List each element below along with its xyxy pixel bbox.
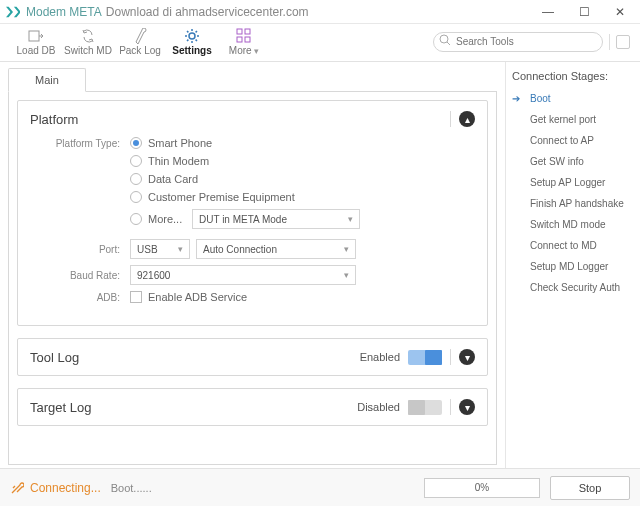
svg-rect-2 (237, 29, 242, 34)
status-bar: Connecting... Boot...... 0% Stop (0, 468, 640, 506)
stage-connect-md: Connect to MD (512, 235, 634, 256)
more-mode-select[interactable]: DUT in META Mode▾ (192, 209, 360, 229)
toolbar: Load DB Switch MD Pack Log Settings More (0, 24, 640, 62)
expand-target-log-button[interactable]: ▾ (459, 399, 475, 415)
stage-boot: Boot (512, 88, 634, 109)
platform-type-label: Platform Type: (30, 138, 130, 149)
svg-rect-5 (245, 37, 250, 42)
baud-select[interactable]: 921600▾ (130, 265, 356, 285)
maximize-button[interactable]: ☐ (566, 2, 602, 22)
progress-bar: 0% (424, 478, 540, 498)
adb-label: ADB: (30, 292, 130, 303)
stage-switch-md: Switch MD mode (512, 214, 634, 235)
more-button[interactable]: More (218, 27, 270, 56)
search-icon (439, 34, 451, 46)
svg-rect-4 (237, 37, 242, 42)
pack-log-button[interactable]: Pack Log (114, 27, 166, 56)
svg-point-6 (440, 35, 448, 43)
collapse-platform-button[interactable]: ▴ (459, 111, 475, 127)
port-select[interactable]: USB▾ (130, 239, 190, 259)
connection-stages-panel: Connection Stages: Boot Get kernel port … (505, 62, 640, 468)
window-subtitle: Download di ahmadservicecenter.com (106, 5, 309, 19)
settings-button[interactable]: Settings (166, 27, 218, 56)
port-mode-select[interactable]: Auto Connection▾ (196, 239, 356, 259)
svg-rect-3 (245, 29, 250, 34)
stage-connect-ap: Connect to AP (512, 130, 634, 151)
radio-data-card[interactable] (130, 173, 142, 185)
extra-button[interactable] (616, 35, 630, 49)
svg-point-1 (189, 33, 195, 39)
tool-log-state: Enabled (360, 351, 400, 363)
more-grid-icon (236, 28, 252, 44)
switch-md-icon (80, 28, 96, 44)
minimize-button[interactable]: — (530, 2, 566, 22)
target-log-panel: Target Log Disabled ▾ (17, 388, 488, 426)
target-log-title: Target Log (30, 400, 91, 415)
stop-button[interactable]: Stop (550, 476, 630, 500)
svg-line-7 (447, 42, 450, 45)
search-input[interactable] (433, 32, 603, 52)
stages-title: Connection Stages: (512, 70, 634, 82)
app-logo-icon (6, 5, 20, 19)
stage-md-logger: Setup MD Logger (512, 256, 634, 277)
window-title: Modem META (26, 5, 102, 19)
adb-checkbox[interactable] (130, 291, 142, 303)
radio-more[interactable] (130, 213, 142, 225)
tool-log-title: Tool Log (30, 350, 79, 365)
title-bar: Modem META Download di ahmadservicecente… (0, 0, 640, 24)
stage-ap-logger: Setup AP Logger (512, 172, 634, 193)
stage-kernel-port: Get kernel port (512, 109, 634, 130)
platform-title: Platform (30, 112, 78, 127)
toolbar-divider (609, 34, 610, 50)
pack-log-icon (132, 28, 148, 44)
target-log-toggle[interactable] (408, 400, 442, 415)
radio-thin-modem[interactable] (130, 155, 142, 167)
gear-icon (184, 28, 200, 44)
load-db-button[interactable]: Load DB (10, 27, 62, 56)
stage-security-auth: Check Security Auth (512, 277, 634, 298)
target-log-state: Disabled (357, 401, 400, 413)
svg-rect-0 (29, 31, 39, 41)
connecting-status: Connecting... (10, 481, 101, 495)
close-button[interactable]: ✕ (602, 2, 638, 22)
connecting-icon (10, 481, 24, 495)
port-label: Port: (30, 244, 130, 255)
radio-cpe[interactable] (130, 191, 142, 203)
radio-smart-phone[interactable] (130, 137, 142, 149)
baud-label: Baud Rate: (30, 270, 130, 281)
expand-tool-log-button[interactable]: ▾ (459, 349, 475, 365)
load-db-icon (27, 28, 45, 44)
tool-log-panel: Tool Log Enabled ▾ (17, 338, 488, 376)
boot-status: Boot...... (111, 482, 152, 494)
stage-sw-info: Get SW info (512, 151, 634, 172)
stage-ap-handshake: Finish AP handshake (512, 193, 634, 214)
tool-log-toggle[interactable] (408, 350, 442, 365)
switch-md-button[interactable]: Switch MD (62, 27, 114, 56)
tab-main[interactable]: Main (8, 68, 86, 92)
platform-panel: Platform ▴ Platform Type: Smart Phone Th… (17, 100, 488, 326)
